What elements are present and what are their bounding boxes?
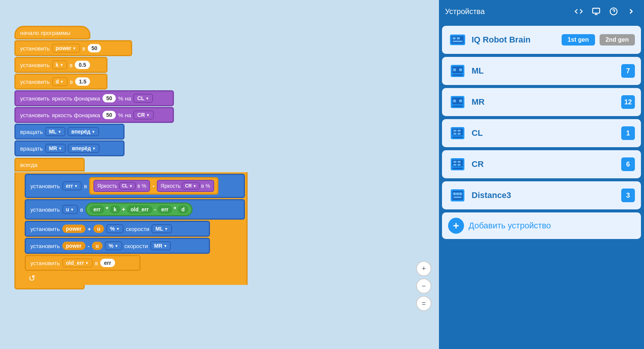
- device-ml-card[interactable]: ML 7: [442, 57, 641, 85]
- distance3-badge: 3: [621, 189, 635, 202]
- cl-label: CL: [472, 128, 617, 138]
- k-pill: k: [110, 205, 120, 214]
- cr-label: CR: [472, 159, 617, 169]
- percent-dropdown-mr[interactable]: % ▼: [105, 241, 122, 250]
- mr-label: MR: [472, 97, 617, 107]
- old-err-dropdown[interactable]: old_err ▼: [62, 258, 93, 267]
- k-dropdown[interactable]: k ▼: [52, 60, 68, 69]
- power-dropdown[interactable]: power ▼: [52, 44, 80, 53]
- svg-rect-9: [453, 41, 462, 42]
- value-50-2[interactable]: 50: [103, 94, 116, 102]
- u-pill-ml: u: [93, 225, 104, 233]
- cr-dropdown-1[interactable]: CR ▼: [133, 110, 153, 119]
- block-brightness-cr[interactable]: установить яркость фонарика 50 % на CR ▼: [14, 107, 174, 123]
- mr-dropdown-1[interactable]: MR ▼: [45, 144, 66, 153]
- iq-brain-card[interactable]: IQ Robot Brain 1st gen 2nd gen: [442, 26, 641, 54]
- mr-badge: 12: [621, 95, 635, 109]
- svg-rect-14: [452, 74, 463, 76]
- value-05[interactable]: 0.5: [75, 61, 90, 69]
- svg-point-37: [456, 192, 459, 195]
- err-dropdown-1[interactable]: err ▼: [62, 181, 82, 190]
- gen2-button[interactable]: 2nd gen: [600, 34, 635, 46]
- sidebar-header: Устройства: [439, 0, 644, 23]
- cl-dropdown-1[interactable]: CL ▼: [133, 94, 153, 103]
- percent-dropdown-ml[interactable]: % ▼: [106, 224, 123, 233]
- brightness-cl-expr: Яркость CL ▼ в %: [93, 180, 150, 192]
- svg-point-38: [459, 192, 462, 195]
- cl-dropdown-2[interactable]: CL ▼: [119, 182, 136, 190]
- d-dropdown[interactable]: d ▼: [52, 77, 68, 86]
- block-set-power[interactable]: установить power ▼ в 50: [14, 40, 132, 56]
- block-brightness-cl[interactable]: установить яркость фонарика 50 % на CL ▼: [14, 90, 174, 106]
- err-value: err: [100, 259, 115, 267]
- block-set-speed-ml[interactable]: установить power + u % ▼ скорости ML ▼: [25, 221, 210, 237]
- block-set-err[interactable]: установить err ▼ в Яркость CL ▼ в % -: [25, 174, 245, 198]
- iq-brain-icon: [448, 30, 467, 49]
- svg-rect-24: [453, 133, 456, 135]
- svg-rect-7: [453, 37, 456, 39]
- zoom-reset-button[interactable]: =: [416, 296, 431, 311]
- start-label: начало программы: [20, 30, 70, 36]
- block-start[interactable]: начало программы: [14, 26, 90, 39]
- distance3-icon: [448, 186, 467, 205]
- svg-point-13: [459, 68, 462, 71]
- device-distance3-card[interactable]: Distance3 3: [442, 181, 641, 209]
- svg-point-18: [459, 99, 462, 102]
- block-set-d[interactable]: установить d ▼ в 1.5: [14, 74, 107, 90]
- u-dropdown[interactable]: u ▼: [62, 205, 78, 214]
- device-icon-button[interactable]: [589, 5, 603, 18]
- svg-rect-23: [458, 130, 461, 132]
- value-50-1[interactable]: 50: [88, 44, 101, 52]
- zoom-out-button[interactable]: −: [416, 278, 431, 294]
- ml-icon: [448, 61, 467, 80]
- code-icon-button[interactable]: [572, 5, 586, 18]
- add-device-label: Добавить устройство: [469, 221, 551, 231]
- cr-dropdown-2[interactable]: CR ▼: [182, 182, 199, 190]
- block-set-old-err[interactable]: установить old_err ▼ в err: [25, 255, 140, 271]
- svg-rect-39: [453, 197, 462, 198]
- block-set-u[interactable]: установить u ▼ в err * k + old_err - err: [25, 199, 245, 220]
- cl-badge: 1: [621, 126, 635, 140]
- gen1-button[interactable]: 1st gen: [562, 34, 595, 46]
- always-block-bottom: [14, 285, 85, 289]
- ml-dropdown-1[interactable]: ML ▼: [45, 127, 65, 136]
- mr-dropdown-2[interactable]: MR ▼: [150, 241, 171, 250]
- cl-icon: [448, 124, 467, 143]
- device-mr-card[interactable]: MR 12: [442, 88, 641, 116]
- cr-icon: [448, 155, 467, 174]
- zoom-controls: + − =: [416, 261, 431, 311]
- svg-point-12: [453, 68, 456, 71]
- d-pill: d: [178, 205, 189, 214]
- forward-dropdown-1[interactable]: вперёд ▼: [68, 127, 99, 136]
- value-50-3[interactable]: 50: [103, 111, 116, 119]
- u-expr: err * k + old_err - err * d: [85, 203, 193, 216]
- forward-dropdown-2[interactable]: вперёд ▼: [68, 144, 99, 153]
- coding-area: начало программы установить power ▼ в 50…: [0, 0, 439, 349]
- zoom-in-button[interactable]: +: [416, 261, 431, 276]
- block-rotate-ml[interactable]: вращать ML ▼ вперёд ▼: [14, 124, 125, 140]
- ml-dropdown-2[interactable]: ML ▼: [152, 224, 172, 233]
- block-always[interactable]: всегда: [14, 158, 85, 171]
- sidebar-title: Устройства: [445, 7, 568, 16]
- always-body: установить err ▼ в Яркость CL ▼ в % -: [14, 172, 248, 285]
- add-device-card[interactable]: Добавить устройство: [442, 212, 641, 239]
- block-set-k[interactable]: установить k ▼ в 0.5: [14, 57, 107, 73]
- svg-rect-26: [452, 137, 463, 138]
- help-icon-button[interactable]: [607, 5, 620, 18]
- block-set-speed-mr[interactable]: установить power - u % ▼ скорости MR ▼: [25, 238, 210, 254]
- next-icon-button[interactable]: [624, 5, 638, 18]
- iq-brain-label: IQ Robot Brain: [472, 35, 557, 45]
- device-cr-card[interactable]: CR 6: [442, 150, 641, 178]
- value-15[interactable]: 1.5: [75, 77, 90, 86]
- svg-rect-8: [457, 37, 460, 39]
- device-cl-card[interactable]: CL 1: [442, 119, 641, 147]
- power-u-expr-mr: power: [62, 242, 85, 250]
- err-pill-1: err: [90, 205, 104, 214]
- ml-label: ML: [472, 66, 617, 76]
- err-pill-2: err: [158, 205, 172, 214]
- always-block-container: всегда установить err ▼ в Яркость CL ▼: [14, 158, 248, 289]
- svg-rect-25: [458, 133, 461, 135]
- block-rotate-mr[interactable]: вращать MR ▼ вперёд ▼: [14, 140, 125, 156]
- svg-rect-22: [453, 130, 456, 132]
- svg-rect-33: [452, 168, 463, 169]
